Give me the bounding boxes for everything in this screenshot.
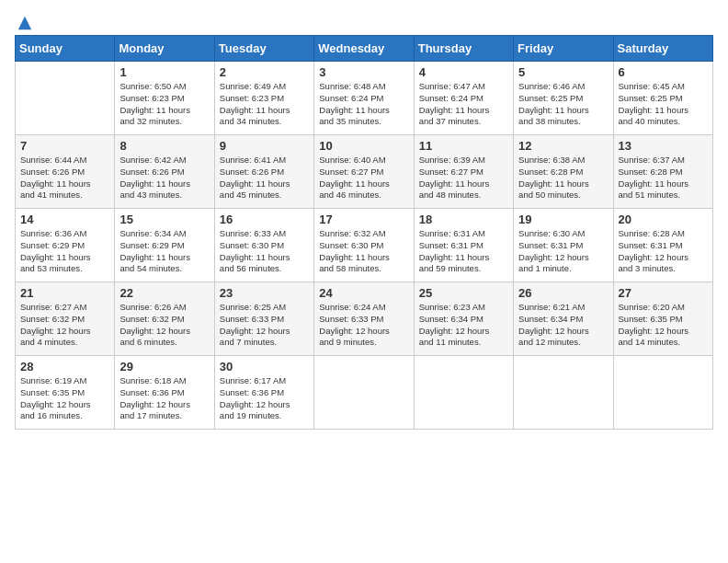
calendar-week-row: 7Sunrise: 6:44 AM Sunset: 6:26 PM Daylig… [16,135,713,209]
calendar-header-monday: Monday [115,36,214,62]
day-number: 7 [20,139,109,153]
day-info: Sunrise: 6:26 AM Sunset: 6:32 PM Dayligh… [119,302,209,349]
calendar-cell: 3Sunrise: 6:48 AM Sunset: 6:24 PM Daylig… [314,62,414,135]
calendar-cell: 8Sunrise: 6:42 AM Sunset: 6:26 PM Daylig… [115,135,214,209]
day-info: Sunrise: 6:27 AM Sunset: 6:32 PM Dayligh… [20,302,109,349]
day-number: 10 [319,139,408,153]
calendar-cell: 26Sunrise: 6:21 AM Sunset: 6:34 PM Dayli… [514,282,613,356]
day-number: 8 [119,139,209,153]
day-number: 16 [220,213,309,226]
calendar-cell: 20Sunrise: 6:28 AM Sunset: 6:31 PM Dayli… [613,209,712,282]
day-info: Sunrise: 6:47 AM Sunset: 6:24 PM Dayligh… [419,81,508,128]
day-info: Sunrise: 6:33 AM Sunset: 6:30 PM Dayligh… [220,228,309,275]
day-number: 22 [119,286,209,300]
day-info: Sunrise: 6:48 AM Sunset: 6:24 PM Dayligh… [319,81,408,128]
day-info: Sunrise: 6:38 AM Sunset: 6:28 PM Dayligh… [518,155,608,201]
day-info: Sunrise: 6:17 AM Sunset: 6:36 PM Dayligh… [220,375,309,422]
calendar-header-sunday: Sunday [16,36,115,62]
calendar-header-wednesday: Wednesday [314,36,414,62]
calendar-cell: 17Sunrise: 6:32 AM Sunset: 6:30 PM Dayli… [314,209,414,282]
day-number: 28 [20,360,109,373]
day-number: 3 [319,65,408,79]
day-number: 26 [518,286,608,300]
day-number: 4 [419,65,508,79]
calendar-week-row: 1Sunrise: 6:50 AM Sunset: 6:23 PM Daylig… [16,62,713,135]
calendar-cell: 23Sunrise: 6:25 AM Sunset: 6:33 PM Dayli… [214,282,313,356]
day-number: 18 [419,213,508,226]
day-info: Sunrise: 6:49 AM Sunset: 6:23 PM Dayligh… [220,81,309,128]
calendar-table: SundayMondayTuesdayWednesdayThursdayFrid… [15,35,713,430]
calendar-header-row: SundayMondayTuesdayWednesdayThursdayFrid… [16,36,713,62]
calendar-cell: 27Sunrise: 6:20 AM Sunset: 6:35 PM Dayli… [613,282,712,356]
calendar-cell: 21Sunrise: 6:27 AM Sunset: 6:32 PM Dayli… [16,282,115,356]
calendar-cell: 24Sunrise: 6:24 AM Sunset: 6:33 PM Dayli… [314,282,414,356]
calendar-cell: 12Sunrise: 6:38 AM Sunset: 6:28 PM Dayli… [514,135,613,209]
calendar-header-saturday: Saturday [613,36,712,62]
day-info: Sunrise: 6:23 AM Sunset: 6:34 PM Dayligh… [419,302,508,349]
calendar-cell: 14Sunrise: 6:36 AM Sunset: 6:29 PM Dayli… [16,209,115,282]
day-info: Sunrise: 6:45 AM Sunset: 6:25 PM Dayligh… [619,81,708,128]
calendar-cell: 16Sunrise: 6:33 AM Sunset: 6:30 PM Dayli… [214,209,313,282]
day-info: Sunrise: 6:24 AM Sunset: 6:33 PM Dayligh… [319,302,408,349]
day-number: 21 [20,286,109,300]
calendar-cell: 7Sunrise: 6:44 AM Sunset: 6:26 PM Daylig… [16,135,115,209]
calendar-cell: 9Sunrise: 6:41 AM Sunset: 6:26 PM Daylig… [214,135,313,209]
day-number: 29 [119,360,209,373]
calendar-cell: 15Sunrise: 6:34 AM Sunset: 6:29 PM Dayli… [115,209,214,282]
day-info: Sunrise: 6:41 AM Sunset: 6:26 PM Dayligh… [220,155,309,201]
day-number: 11 [419,139,508,153]
day-info: Sunrise: 6:19 AM Sunset: 6:35 PM Dayligh… [20,375,109,422]
page-header [15,15,713,28]
day-number: 30 [220,360,309,373]
day-number: 27 [619,286,708,300]
day-info: Sunrise: 6:44 AM Sunset: 6:26 PM Dayligh… [20,155,109,201]
day-number: 25 [419,286,508,300]
logo [15,15,33,28]
calendar-week-row: 14Sunrise: 6:36 AM Sunset: 6:29 PM Dayli… [16,209,713,282]
day-info: Sunrise: 6:32 AM Sunset: 6:30 PM Dayligh… [319,228,408,275]
calendar-cell: 13Sunrise: 6:37 AM Sunset: 6:28 PM Dayli… [613,135,712,209]
calendar-cell: 19Sunrise: 6:30 AM Sunset: 6:31 PM Dayli… [514,209,613,282]
calendar-cell: 5Sunrise: 6:46 AM Sunset: 6:25 PM Daylig… [514,62,613,135]
calendar-cell [613,356,712,430]
day-info: Sunrise: 6:30 AM Sunset: 6:31 PM Dayligh… [518,228,608,275]
day-number: 23 [220,286,309,300]
day-number: 9 [220,139,309,153]
day-number: 2 [220,65,309,79]
day-number: 17 [319,213,408,226]
day-info: Sunrise: 6:28 AM Sunset: 6:31 PM Dayligh… [619,228,708,275]
day-number: 24 [319,286,408,300]
day-number: 5 [518,65,608,79]
calendar-cell: 28Sunrise: 6:19 AM Sunset: 6:35 PM Dayli… [16,356,115,430]
calendar-header-thursday: Thursday [414,36,513,62]
calendar-cell: 11Sunrise: 6:39 AM Sunset: 6:27 PM Dayli… [414,135,513,209]
day-info: Sunrise: 6:21 AM Sunset: 6:34 PM Dayligh… [518,302,608,349]
calendar-header-tuesday: Tuesday [214,36,313,62]
day-info: Sunrise: 6:25 AM Sunset: 6:33 PM Dayligh… [220,302,309,349]
calendar-cell: 22Sunrise: 6:26 AM Sunset: 6:32 PM Dayli… [115,282,214,356]
day-info: Sunrise: 6:40 AM Sunset: 6:27 PM Dayligh… [319,155,408,201]
calendar-cell: 25Sunrise: 6:23 AM Sunset: 6:34 PM Dayli… [414,282,513,356]
calendar-cell: 18Sunrise: 6:31 AM Sunset: 6:31 PM Dayli… [414,209,513,282]
day-info: Sunrise: 6:46 AM Sunset: 6:25 PM Dayligh… [518,81,608,128]
day-info: Sunrise: 6:18 AM Sunset: 6:36 PM Dayligh… [119,375,209,422]
calendar-week-row: 21Sunrise: 6:27 AM Sunset: 6:32 PM Dayli… [16,282,713,356]
day-info: Sunrise: 6:34 AM Sunset: 6:29 PM Dayligh… [119,228,209,275]
svg-marker-0 [18,17,31,29]
day-info: Sunrise: 6:36 AM Sunset: 6:29 PM Dayligh… [20,228,109,275]
day-number: 15 [119,213,209,226]
calendar-header-friday: Friday [514,36,613,62]
calendar-cell: 6Sunrise: 6:45 AM Sunset: 6:25 PM Daylig… [613,62,712,135]
day-info: Sunrise: 6:31 AM Sunset: 6:31 PM Dayligh… [419,228,508,275]
day-info: Sunrise: 6:42 AM Sunset: 6:26 PM Dayligh… [119,155,209,201]
calendar-cell: 29Sunrise: 6:18 AM Sunset: 6:36 PM Dayli… [115,356,214,430]
day-number: 13 [619,139,708,153]
calendar-cell: 30Sunrise: 6:17 AM Sunset: 6:36 PM Dayli… [214,356,313,430]
calendar-cell: 4Sunrise: 6:47 AM Sunset: 6:24 PM Daylig… [414,62,513,135]
calendar-cell [16,62,115,135]
day-number: 6 [619,65,708,79]
day-info: Sunrise: 6:37 AM Sunset: 6:28 PM Dayligh… [619,155,708,201]
calendar-cell: 10Sunrise: 6:40 AM Sunset: 6:27 PM Dayli… [314,135,414,209]
day-number: 1 [119,65,209,79]
day-info: Sunrise: 6:39 AM Sunset: 6:27 PM Dayligh… [419,155,508,201]
